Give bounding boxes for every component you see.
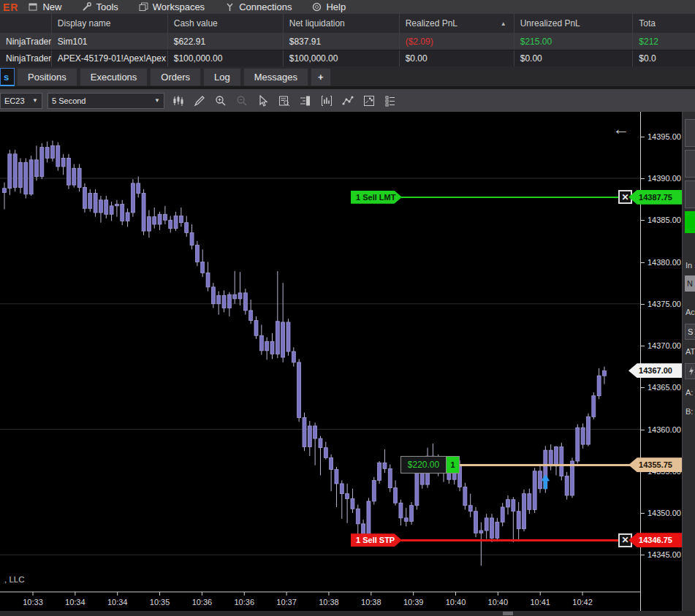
price-axis[interactable]: 14395.0014390.0014385.0014380.0014375.00… bbox=[640, 112, 682, 616]
menu-help[interactable]: Help bbox=[312, 1, 346, 12]
menu-new[interactable]: New bbox=[29, 1, 61, 12]
cell-total: $0.0 bbox=[633, 50, 695, 66]
panel-button-3[interactable] bbox=[685, 180, 695, 208]
time-axis-label: 10:42 bbox=[566, 598, 599, 607]
position-entry-line bbox=[459, 464, 640, 466]
instrument-label: In bbox=[685, 261, 692, 270]
cell-unrealized_pnl: $0.00 bbox=[514, 50, 634, 66]
time-axis-label: 10:35 bbox=[144, 598, 176, 607]
price-axis-label: 14380.00 bbox=[647, 258, 681, 267]
app-logo: ER bbox=[3, 1, 18, 13]
time-axis-label: 10:36 bbox=[228, 598, 260, 607]
instrument-selector[interactable]: N bbox=[685, 275, 695, 292]
last-price-marker: 14367.00 bbox=[628, 363, 683, 378]
buy-button-partial[interactable] bbox=[685, 211, 695, 233]
col-display-name[interactable]: Display name bbox=[52, 14, 168, 33]
position-pnl-value: $220.00 bbox=[401, 457, 446, 473]
col-cash-value[interactable]: Cash value bbox=[168, 14, 284, 33]
position-pnl-box: $220.00 1 bbox=[400, 456, 460, 474]
atm-strategy-selector[interactable] bbox=[685, 363, 695, 379]
position-price-marker: 14355.75 bbox=[628, 457, 683, 472]
price-tick bbox=[641, 220, 645, 221]
chart-trader-panel: In N Ac S AT A: B: bbox=[682, 112, 695, 616]
draw-tools-icon[interactable] bbox=[193, 94, 206, 107]
sell-stop-label[interactable]: 1 Sell STP bbox=[351, 533, 402, 547]
menu-connections[interactable]: Connections bbox=[225, 1, 292, 12]
col-total[interactable]: Tota bbox=[633, 14, 695, 33]
accounts-table-header: Display name Cash value Net liquidation … bbox=[0, 14, 695, 33]
price-axis-label: 14370.00 bbox=[647, 341, 681, 350]
price-tick bbox=[641, 387, 645, 388]
time-axis-label: 10:39 bbox=[398, 598, 430, 607]
help-icon bbox=[312, 2, 322, 12]
instrument-dropdown[interactable]: EC23▼ bbox=[0, 93, 42, 109]
time-axis-label: 10:38 bbox=[313, 598, 345, 607]
account-row[interactable]: NinjaTrader BrAPEX-45179-01!Apex!Apex$10… bbox=[0, 50, 695, 66]
tab-messages[interactable]: Messages bbox=[243, 68, 308, 86]
time-axis-label: 10:37 bbox=[270, 598, 303, 607]
chevron-down-icon: ▼ bbox=[154, 97, 160, 104]
chart-trader-icon[interactable] bbox=[299, 94, 312, 107]
panel-button-2[interactable] bbox=[685, 150, 695, 178]
account-row[interactable]: NinjaTrader BrSim101$622.91$837.91($2.09… bbox=[0, 33, 695, 50]
account-selector[interactable]: S bbox=[685, 324, 695, 340]
price-tick bbox=[641, 346, 645, 346]
accounts-table: Display name Cash value Net liquidation … bbox=[0, 14, 695, 66]
ask-label: A: bbox=[685, 388, 693, 397]
tab-executions[interactable]: Executions bbox=[80, 68, 148, 86]
menu-tools[interactable]: Tools bbox=[82, 1, 118, 12]
chevron-down-icon: ▼ bbox=[32, 97, 38, 104]
cell-realized_pnl: $0.00 bbox=[400, 50, 514, 66]
tab-orders[interactable]: Orders bbox=[150, 68, 201, 86]
tab-accounts-active[interactable]: s bbox=[0, 68, 15, 86]
add-tab-button[interactable]: + bbox=[311, 68, 331, 86]
properties-icon[interactable] bbox=[384, 94, 397, 107]
workspaces-icon bbox=[139, 2, 148, 12]
back-arrow-icon[interactable]: ← bbox=[612, 119, 629, 139]
chart-toolbar: EC23▼ 5 Second▼ bbox=[0, 89, 695, 112]
time-axis-label: 10:34 bbox=[102, 598, 134, 607]
cursor-icon[interactable] bbox=[257, 94, 270, 107]
price-axis-label: 14365.00 bbox=[647, 383, 681, 392]
sell-limit-order-line[interactable] bbox=[401, 197, 640, 198]
time-axis-label: 10:41 bbox=[524, 598, 556, 607]
cell-display_name: APEX-45179-01!Apex!Apex bbox=[52, 50, 168, 66]
interval-dropdown[interactable]: 5 Second▼ bbox=[48, 93, 164, 109]
cell-realized_pnl: ($2.09) bbox=[400, 33, 514, 50]
strategies-icon[interactable] bbox=[362, 94, 376, 107]
col-unrealized-pnl[interactable]: Unrealized PnL bbox=[514, 14, 634, 33]
position-quantity[interactable]: 1 bbox=[446, 457, 459, 473]
buy-execution-arrow-icon bbox=[541, 474, 550, 489]
price-axis-label: 14350.00 bbox=[647, 509, 681, 517]
tab-log[interactable]: Log bbox=[203, 68, 241, 86]
chart-style-icon[interactable] bbox=[172, 94, 185, 107]
col-net-liquidation[interactable]: Net liquidation bbox=[284, 14, 400, 33]
new-window-icon bbox=[29, 2, 38, 12]
splitter-handle[interactable] bbox=[503, 612, 513, 615]
cell-net_liquidation: $837.91 bbox=[284, 33, 400, 50]
tab-positions[interactable]: Positions bbox=[17, 68, 77, 86]
chart-pane[interactable]: 1 Sell LMT 1 Sell STP $220.00 1 ✕ ✕ ← , … bbox=[0, 112, 640, 616]
zoom-in-icon[interactable] bbox=[214, 94, 227, 107]
time-axis-label: 10:38 bbox=[355, 598, 387, 607]
indicators-icon[interactable] bbox=[320, 94, 333, 107]
cell-account: NinjaTrader Br bbox=[0, 33, 52, 50]
limit-price-marker: 14387.75 bbox=[628, 190, 683, 205]
sell-limit-label[interactable]: 1 Sell LMT bbox=[351, 191, 402, 204]
menu-workspaces[interactable]: Workspaces bbox=[139, 1, 205, 12]
panel-button-1[interactable] bbox=[685, 119, 695, 147]
zoom-out-icon[interactable] bbox=[235, 94, 248, 107]
time-axis-label: 10:36 bbox=[186, 598, 218, 607]
cell-cash_value: $100,000.00 bbox=[168, 50, 284, 66]
account-label: Ac bbox=[685, 308, 695, 316]
col-realized-pnl[interactable]: Realized PnL▲ bbox=[400, 14, 514, 33]
stop-price-marker: 14346.75 bbox=[628, 533, 683, 547]
cell-cash_value: $622.91 bbox=[168, 33, 284, 50]
cell-display_name: Sim101 bbox=[52, 33, 168, 50]
drawing-line-icon[interactable] bbox=[341, 94, 354, 107]
col-account[interactable] bbox=[0, 14, 52, 33]
bid-label: B: bbox=[685, 407, 693, 416]
sell-stop-order-line[interactable] bbox=[401, 539, 640, 541]
data-box-icon[interactable] bbox=[278, 94, 291, 107]
bottom-strip bbox=[0, 611, 695, 616]
